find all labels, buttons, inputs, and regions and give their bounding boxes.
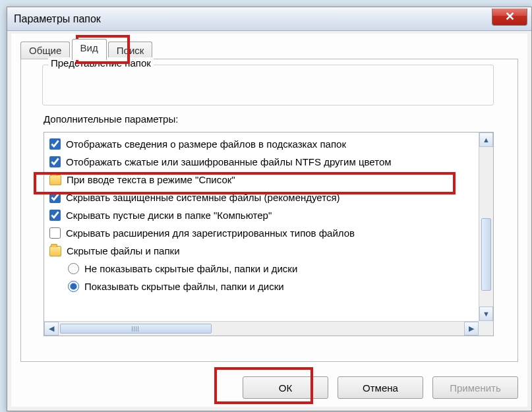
folder-icon [49, 175, 61, 185]
vertical-scrollbar[interactable]: ▲ ▼ [479, 132, 493, 321]
list-item-label: Показывать скрытые файлы, папки и диски [84, 281, 284, 292]
close-button[interactable]: ✕ [492, 9, 527, 26]
close-icon: ✕ [505, 11, 515, 22]
tab-view[interactable]: Вид [72, 39, 107, 60]
tab-search-label: Поиск [117, 45, 144, 56]
dialog-buttons: ОК Отмена Применить [243, 376, 518, 399]
tab-general-label: Общие [29, 45, 61, 56]
folder-views-groupbox: Представление папок [42, 65, 494, 105]
list-item[interactable]: Скрывать расширения для зарегистрированн… [45, 224, 477, 242]
list-item-label: Скрывать расширения для зарегистрированн… [66, 227, 355, 239]
list-item[interactable]: Отображать сведения о размере файлов в п… [45, 135, 477, 153]
horizontal-scroll-thumb[interactable] [60, 324, 212, 334]
list-item-label: Скрытые файлы и папки [67, 245, 180, 256]
dialog-body: Общие Вид Поиск Представление папок Допо… [11, 34, 527, 407]
list-item-label: При вводе текста в режиме "Список" [67, 174, 235, 185]
scroll-down-arrow-icon[interactable]: ▼ [479, 307, 493, 321]
apply-button[interactable]: Применить [432, 376, 518, 399]
tab-view-label: Вид [80, 42, 98, 53]
ok-button[interactable]: ОК [243, 376, 328, 399]
ok-button-label: ОК [279, 382, 292, 394]
cancel-button[interactable]: Отмена [338, 376, 423, 399]
scroll-up-arrow-icon[interactable]: ▲ [479, 132, 493, 147]
checkbox[interactable] [49, 138, 61, 150]
scrollbar-corner [479, 321, 493, 336]
list-item-label: Отображать сжатые или зашифрованные файл… [66, 156, 392, 167]
folder-options-dialog: Параметры папок ✕ Общие Вид Поиск Предст… [7, 7, 532, 411]
folder-icon [49, 246, 61, 256]
checkbox[interactable] [49, 156, 61, 167]
apply-button-label: Применить [450, 382, 501, 394]
list-item-label: Скрывать пустые диски в папке "Компьютер… [66, 210, 272, 221]
list-item-label: Отображать сведения о размере файлов в п… [66, 138, 346, 150]
scroll-right-arrow-icon[interactable]: ▶ [464, 322, 479, 336]
list-item[interactable]: Скрывать пустые диски в папке "Компьютер… [45, 206, 477, 224]
list-item-label: Не показывать скрытые файлы, папки и дис… [84, 263, 297, 274]
checkbox[interactable] [49, 227, 61, 239]
radio[interactable] [68, 263, 79, 274]
checkbox[interactable] [49, 192, 61, 203]
list-item[interactable]: Скрывать защищенные системные файлы (рек… [45, 189, 477, 206]
advanced-settings-label: Дополнительные параметры: [44, 113, 178, 125]
advanced-settings-items[interactable]: Отображать сведения о размере файлов в п… [44, 132, 479, 321]
advanced-settings-listbox: Отображать сведения о размере файлов в п… [44, 132, 494, 336]
list-item-label: Скрывать защищенные системные файлы (рек… [66, 192, 340, 203]
list-item[interactable]: При вводе текста в режиме "Список" [45, 171, 477, 189]
list-item[interactable]: Скрытые файлы и папки [45, 242, 477, 260]
tab-panel-view: Представление папок Дополнительные парам… [20, 59, 518, 362]
titlebar[interactable]: Параметры папок ✕ [7, 7, 531, 31]
checkbox[interactable] [49, 210, 61, 221]
list-item[interactable]: Показывать скрытые файлы, папки и диски [45, 278, 477, 295]
scroll-left-arrow-icon[interactable]: ◀ [44, 322, 59, 336]
vertical-scroll-thumb[interactable] [481, 218, 491, 291]
tabstrip: Общие Вид Поиск [11, 34, 527, 59]
horizontal-scrollbar[interactable]: ◀ ▶ [44, 321, 479, 336]
list-item[interactable]: Отображать сжатые или зашифрованные файл… [45, 153, 477, 171]
radio[interactable] [68, 281, 79, 292]
cancel-button-label: Отмена [363, 382, 398, 394]
list-item[interactable]: Не показывать скрытые файлы, папки и дис… [45, 260, 477, 278]
window-title: Параметры папок [14, 13, 101, 25]
